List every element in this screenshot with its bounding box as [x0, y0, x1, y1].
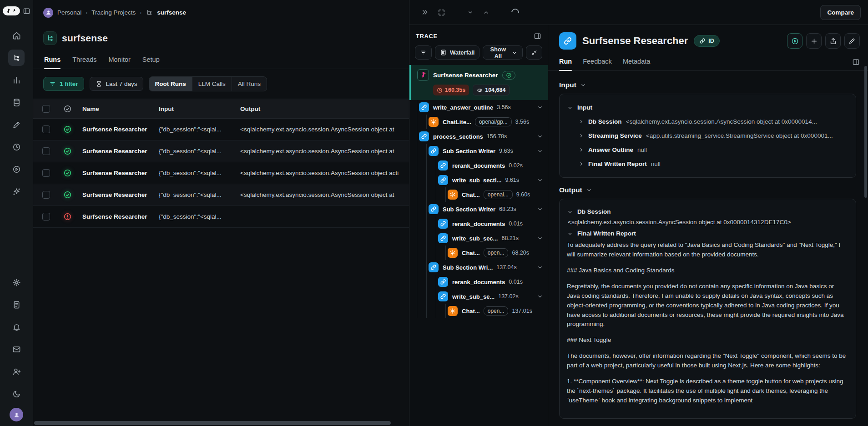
- output-db-session-toggle[interactable]: Db Session: [567, 208, 848, 215]
- trace-filter-button[interactable]: [415, 45, 432, 60]
- input-section-toggle[interactable]: Input: [559, 81, 856, 89]
- rail-invite-user-icon[interactable]: [8, 363, 25, 380]
- vertical-scrollbar[interactable]: [864, 66, 867, 198]
- waterfall-button[interactable]: Waterfall: [435, 45, 479, 60]
- run-row[interactable]: Surfsense Researcher{"db_session":"<sqla…: [33, 140, 409, 162]
- split-panel-icon[interactable]: [534, 32, 541, 40]
- details-tab-metadata[interactable]: Metadata: [623, 58, 650, 70]
- trace-node[interactable]: Sub Section Writer9.63s: [409, 144, 548, 158]
- langsmith-logo[interactable]: [3, 6, 20, 15]
- output-section-toggle[interactable]: Output: [559, 186, 856, 194]
- breadcrumb-org[interactable]: Personal: [57, 9, 81, 16]
- breadcrumb-project[interactable]: surfsense: [157, 9, 186, 16]
- segment-all-runs[interactable]: All Runs: [232, 77, 267, 91]
- chevron-down-icon[interactable]: [537, 133, 543, 140]
- trace-node[interactable]: Chat...open...68.20s: [409, 246, 548, 260]
- trace-node[interactable]: Sub Section Writer68.23s: [409, 202, 548, 216]
- rail-settings-icon[interactable]: [8, 274, 25, 291]
- input-root-row[interactable]: Input: [567, 100, 848, 115]
- chevron-down-icon[interactable]: [537, 264, 543, 271]
- row-checkbox[interactable]: [42, 169, 50, 177]
- rail-dark-mode-icon[interactable]: [8, 386, 25, 402]
- rail-prompts-icon[interactable]: [8, 183, 25, 200]
- rail-playground-icon[interactable]: [8, 161, 25, 177]
- input-kv-row[interactable]: Streaming Service<app.utils.streaming_se…: [567, 129, 848, 143]
- trace-node[interactable]: write_sub_sec...68.21s: [409, 231, 548, 246]
- tab-monitor[interactable]: Monitor: [108, 56, 130, 69]
- next-run-icon[interactable]: [467, 9, 474, 15]
- tab-threads[interactable]: Threads: [72, 56, 96, 69]
- node-name: rerank_documents: [452, 162, 505, 169]
- select-all-checkbox[interactable]: [42, 105, 50, 113]
- filter-count-button[interactable]: 1 filter: [43, 77, 84, 91]
- rail-tracing-projects-icon[interactable]: [8, 50, 25, 66]
- run-output: <sqlalchemy.ext.asyncio.session.AsyncSes…: [240, 170, 409, 176]
- segment-llm-calls[interactable]: LLM Calls: [192, 77, 232, 91]
- user-avatar[interactable]: [10, 408, 23, 421]
- trace-root-node[interactable]: Surfsense Researcher 160.35s 104,684: [409, 65, 548, 100]
- input-kv-row[interactable]: Db Session<sqlalchemy.ext.asyncio.sessio…: [567, 115, 848, 129]
- expand-panel-icon[interactable]: [421, 9, 429, 16]
- date-range-button[interactable]: Last 7 days: [90, 77, 143, 91]
- chevron-down-icon[interactable]: [537, 104, 543, 110]
- rail-dashboards-icon[interactable]: [8, 72, 25, 88]
- rail-notifications-icon[interactable]: [8, 319, 25, 335]
- rail-usage-icon[interactable]: [8, 139, 25, 155]
- add-to-dataset-button[interactable]: [806, 33, 822, 49]
- trace-node[interactable]: Sub Section Wri...137.04s: [409, 260, 548, 275]
- rail-home-icon[interactable]: [8, 27, 25, 44]
- rail-annotation-icon[interactable]: [8, 116, 25, 133]
- segment-root-runs[interactable]: Root Runs: [149, 77, 192, 91]
- chevron-down-icon[interactable]: [537, 293, 543, 300]
- horizontal-scrollbar[interactable]: [34, 421, 391, 425]
- chevron-down-icon[interactable]: [537, 177, 543, 183]
- copy-run-id-button[interactable]: ID: [694, 35, 720, 47]
- tree-guide: [426, 158, 429, 173]
- chevron-down-icon[interactable]: [537, 235, 543, 241]
- trace-node[interactable]: write_answer_outline3.56s: [409, 100, 548, 115]
- rail-docs-icon[interactable]: [8, 296, 25, 313]
- run-row[interactable]: Surfsense Researcher{"db_session":"<sqla…: [33, 162, 409, 184]
- row-checkbox[interactable]: [42, 147, 50, 155]
- trace-node[interactable]: write_sub_se...137.02s: [409, 289, 548, 304]
- trace-node[interactable]: Chat...open...137.01s: [409, 304, 548, 318]
- rail-mail-icon[interactable]: [8, 341, 25, 357]
- row-checkbox[interactable]: [42, 191, 50, 199]
- trace-node[interactable]: process_sections156.78s: [409, 129, 548, 144]
- trace-node[interactable]: Chat...openai...9.60s: [409, 187, 548, 202]
- tab-setup[interactable]: Setup: [142, 56, 160, 69]
- details-tab-feedback[interactable]: Feedback: [583, 58, 612, 70]
- show-all-dropdown[interactable]: Show All: [483, 45, 523, 60]
- prev-run-icon[interactable]: [483, 9, 490, 16]
- trace-node[interactable]: ChatLite...openai/gp...3.56s: [409, 115, 548, 129]
- collapse-sidebar-icon[interactable]: [23, 7, 30, 15]
- usage-icon: [12, 143, 21, 151]
- fullscreen-icon[interactable]: [438, 9, 445, 16]
- org-avatar[interactable]: [43, 8, 53, 18]
- row-checkbox[interactable]: [42, 213, 50, 221]
- tab-runs[interactable]: Runs: [44, 56, 61, 69]
- tree-guide: [417, 231, 419, 246]
- share-run-button[interactable]: [825, 33, 841, 49]
- row-checkbox[interactable]: [42, 125, 50, 133]
- breadcrumb-section[interactable]: Tracing Projects: [91, 9, 136, 16]
- run-row[interactable]: Surfsense Researcher{"db_session":"<sqla…: [33, 184, 409, 206]
- details-tab-run[interactable]: Run: [559, 58, 572, 70]
- trace-node[interactable]: write_sub_secti...9.61s: [409, 173, 548, 187]
- output-report-toggle[interactable]: Final Written Report: [567, 230, 848, 237]
- compare-button[interactable]: Compare: [820, 5, 861, 20]
- annotate-button[interactable]: [844, 33, 860, 49]
- chevron-down-icon[interactable]: [537, 148, 543, 154]
- trace-node[interactable]: rerank_documents0.02s: [409, 158, 548, 173]
- input-kv-row[interactable]: Answer Outlinenull: [567, 143, 848, 157]
- playground-run-button[interactable]: [787, 33, 802, 49]
- chevron-down-icon[interactable]: [537, 206, 543, 212]
- split-panel-icon[interactable]: [852, 58, 860, 70]
- rail-datasets-icon[interactable]: [8, 94, 25, 110]
- trace-node[interactable]: rerank_documents0.01s: [409, 275, 548, 289]
- run-row[interactable]: Surfsense Researcher{"db_session":"<sqla…: [33, 119, 409, 140]
- trace-node[interactable]: rerank_documents0.01s: [409, 216, 548, 231]
- run-row[interactable]: Surfsense Researcher{"db_session":"<sqla…: [33, 206, 409, 228]
- collapse-all-button[interactable]: [526, 45, 542, 60]
- input-kv-row[interactable]: Final Written Reportnull: [567, 157, 848, 171]
